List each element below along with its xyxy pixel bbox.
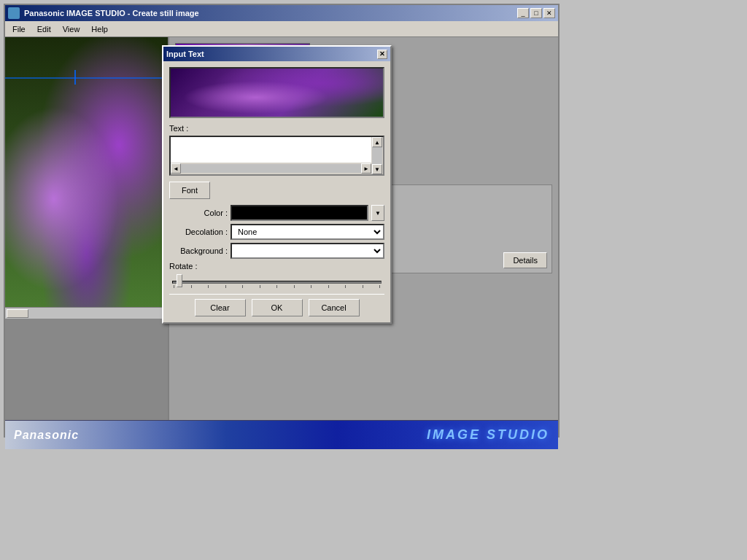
font-button[interactable]: Font	[169, 182, 210, 199]
tick	[379, 285, 380, 288]
rotate-label: Rotate :	[169, 262, 384, 271]
tick	[208, 285, 209, 288]
color-label: Color :	[169, 209, 228, 217]
tick	[242, 285, 243, 288]
separator-line	[169, 294, 384, 295]
scroll-up-arrow[interactable]: ▲	[372, 137, 382, 147]
tick	[345, 285, 346, 288]
main-window: Panasonic IMAGE STUDIO - Create still im…	[4, 4, 560, 438]
decolation-row: Decolation : None Shadow Outline	[169, 224, 384, 240]
text-textarea[interactable]	[171, 137, 371, 163]
rotate-section: Rotate :	[169, 262, 384, 288]
scroll-track-h[interactable]	[181, 164, 361, 173]
rotate-slider-container	[169, 273, 384, 288]
dialog-title: Input Text	[166, 50, 204, 58]
background-label: Background :	[169, 246, 228, 255]
input-text-dialog: Input Text ✕ Text : ▲	[162, 45, 392, 324]
preview-flower-bg	[171, 69, 383, 117]
dialog-body: Text : ▲ ▼ ◄ ►	[163, 61, 390, 322]
text-input-inner[interactable]	[171, 137, 371, 163]
dialog-close-button[interactable]: ✕	[377, 50, 387, 59]
tick	[225, 285, 226, 288]
decolation-label: Decolation :	[169, 228, 228, 236]
scrollbar-vertical[interactable]: ▲ ▼	[371, 137, 383, 174]
tick	[328, 285, 329, 288]
background-row: Background :	[169, 243, 384, 259]
tick	[311, 285, 311, 288]
decolation-select-wrapper: None Shadow Outline	[231, 224, 384, 240]
dialog-title-bar: Input Text ✕	[163, 47, 390, 61]
slider-ticks	[172, 285, 382, 288]
tick	[174, 285, 174, 288]
background-select-wrapper	[231, 243, 384, 259]
scrollbar-horizontal[interactable]: ◄ ►	[171, 163, 371, 174]
color-row: Color : ▼	[169, 205, 384, 221]
background-select[interactable]	[231, 243, 384, 259]
cancel-button[interactable]: Cancel	[309, 299, 360, 316]
dialog-overlay: Input Text ✕ Text : ▲	[5, 5, 558, 436]
decolation-select[interactable]: None Shadow Outline	[231, 224, 384, 240]
tick	[276, 285, 277, 288]
tick	[294, 285, 295, 288]
scroll-right-arrow[interactable]: ►	[361, 163, 371, 174]
slider-track	[172, 281, 382, 284]
tick	[363, 285, 363, 288]
tick	[260, 285, 260, 288]
text-input-area: ▲ ▼ ◄ ►	[169, 136, 384, 176]
text-field-label: Text :	[169, 124, 384, 133]
clear-button[interactable]: Clear	[195, 299, 246, 316]
scroll-down-arrow[interactable]: ▼	[372, 164, 382, 174]
tick	[191, 285, 192, 288]
dialog-preview	[169, 67, 384, 118]
dialog-buttons: Clear OK Cancel	[169, 299, 384, 316]
scroll-left-arrow[interactable]: ◄	[171, 163, 181, 174]
color-swatch[interactable]	[231, 205, 368, 221]
color-dropdown-button[interactable]: ▼	[371, 205, 384, 221]
ok-button[interactable]: OK	[252, 299, 303, 316]
rotate-slider[interactable]	[172, 273, 382, 288]
scroll-track-v[interactable]	[372, 147, 382, 164]
